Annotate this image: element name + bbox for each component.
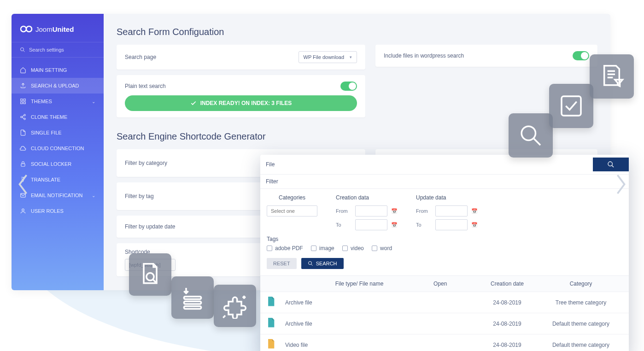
svg-rect-24 [184, 297, 201, 299]
calendar-icon[interactable]: 📅 [471, 222, 478, 228]
label-plain-text: Plain text search [125, 83, 166, 89]
chevron-down-icon: ⌄ [92, 193, 95, 198]
search-icon [20, 47, 25, 53]
sidebar-item-cloud-connection[interactable]: CLOUD CONNECTION [12, 140, 104, 156]
col-created: Creation date [475, 281, 539, 287]
update-from-input[interactable] [435, 205, 468, 216]
update-to-input[interactable] [435, 219, 468, 230]
label-include-files: Include files in wordpress search [384, 53, 464, 59]
creation-to-input[interactable] [355, 219, 387, 230]
sidebar-item-social-locker[interactable]: SOCIAL LOCKER [12, 156, 104, 172]
widget-creation-header: Creation data [336, 194, 398, 201]
table-row[interactable]: Archive file24-08-2019Default theme cate… [260, 313, 629, 334]
sidebar-item-single-file[interactable]: SINGLE FILE [12, 125, 104, 140]
sidebar-search-input[interactable] [29, 47, 84, 53]
toggle-include-files[interactable] [573, 51, 589, 60]
card-plain-text-search: Plain text search INDEX READY! ON INDEX:… [117, 75, 365, 117]
widget-search-icon-button[interactable] [593, 158, 629, 171]
svg-line-31 [612, 165, 614, 167]
brand: JoomUnited [12, 21, 104, 42]
calendar-icon[interactable]: 📅 [391, 222, 398, 228]
col-name: File type/ File name [285, 281, 433, 287]
tag-checkbox-image[interactable]: image [311, 245, 334, 252]
feature-tile-plugin [214, 285, 256, 327]
results-table-header: File type/ File name Open Creation date … [260, 276, 629, 292]
table-row[interactable]: Video file24-08-2019Default theme catego… [260, 334, 629, 351]
search-icon [607, 161, 615, 168]
col-open: Open [433, 281, 475, 287]
sidebar-item-label: SOCIAL LOCKER [31, 161, 71, 167]
sidebar-item-themes[interactable]: THEMES ⌄ [12, 94, 104, 109]
sidebar-item-user-roles[interactable]: USER ROLES [12, 203, 104, 219]
carousel-next-button[interactable] [612, 170, 630, 198]
sidebar-item-search-upload[interactable]: SEARCH & UPLOAD [12, 78, 104, 94]
svg-point-32 [308, 262, 311, 265]
from-label: From [336, 208, 351, 214]
to-label: To [336, 222, 351, 228]
select-search-page[interactable]: WP File download ▾ [299, 51, 357, 63]
feature-tile-docsearch [129, 253, 171, 296]
tag-checkbox-pdf[interactable]: adobe PDF [267, 245, 303, 252]
widget-update-header: Update data [416, 194, 478, 201]
caret-down-icon: ▾ [350, 55, 352, 59]
carousel-prev-button[interactable] [14, 170, 32, 198]
table-row[interactable]: Archive file24-08-2019Tree theme categor… [260, 292, 629, 313]
to-label: To [416, 222, 432, 228]
file-type-icon [267, 297, 285, 308]
tag-checkbox-word[interactable]: word [372, 245, 392, 252]
widget-categories-select[interactable] [267, 205, 317, 216]
chevron-left-icon [16, 173, 30, 196]
file-search-icon [137, 262, 163, 287]
feature-tile-listdownload [171, 276, 214, 319]
card-include-files: Include files in wordpress search [375, 45, 597, 67]
sidebar-item-label: MAIN SETTING [31, 67, 67, 73]
svg-rect-6 [21, 102, 23, 104]
sidebar-search[interactable] [12, 42, 104, 58]
sidebar-item-main-setting[interactable]: MAIN SETTING [12, 62, 104, 78]
widget-tags: Tags adobe PDF image video word [267, 236, 622, 252]
brand-logo-icon [20, 24, 33, 34]
svg-point-16 [521, 126, 535, 140]
svg-point-10 [24, 118, 26, 120]
creation-from-input[interactable] [355, 205, 387, 216]
widget-file-row: File [260, 155, 629, 175]
svg-line-33 [311, 264, 312, 266]
file-icon [20, 129, 26, 136]
magnifier-icon [518, 123, 544, 148]
calendar-icon[interactable]: 📅 [471, 208, 478, 214]
reset-button[interactable]: RESET [267, 258, 297, 269]
sidebar-item-clone-theme[interactable]: CLONE THEME [12, 109, 104, 125]
checkbox-icon [558, 93, 584, 119]
widget-tags-header: Tags [267, 236, 622, 242]
toggle-plain-text[interactable] [340, 82, 357, 91]
svg-rect-7 [23, 102, 25, 104]
svg-line-3 [23, 51, 25, 52]
col-category: Category [539, 281, 622, 287]
svg-point-2 [21, 48, 24, 51]
cell-name: Archive file [285, 321, 433, 327]
search-button[interactable]: SEARCH [301, 258, 344, 269]
svg-rect-18 [562, 96, 581, 116]
label-filter-category: Filter by category [125, 160, 167, 166]
widget-col-update: Update data From 📅 To 📅 [416, 194, 478, 230]
widget-filter-label: Filter [266, 178, 278, 185]
chevron-right-icon [614, 173, 628, 196]
lock-icon [20, 161, 26, 167]
tag-checkbox-video[interactable]: video [342, 245, 364, 252]
calendar-icon[interactable]: 📅 [391, 208, 398, 214]
svg-rect-4 [21, 99, 23, 101]
svg-rect-13 [21, 164, 25, 166]
feature-tile-docfilter [590, 54, 634, 99]
index-ready-button[interactable]: INDEX READY! ON INDEX: 3 FILES [125, 95, 357, 111]
svg-point-22 [146, 273, 154, 281]
results-table-body: Archive file24-08-2019Tree theme categor… [260, 292, 629, 351]
svg-point-15 [22, 209, 24, 211]
label-filter-tag: Filter by tag [125, 193, 154, 199]
sidebar-item-label: TRANSLATE [31, 177, 60, 182]
widget-file-label: File [266, 161, 275, 168]
from-label: From [416, 208, 432, 214]
cell-created: 24-08-2019 [475, 299, 539, 306]
cell-category: Default theme category [539, 321, 622, 327]
sidebar: JoomUnited MAIN SETTING SEARCH & UPLOAD … [12, 14, 104, 290]
select-value: WP File download [304, 54, 344, 60]
